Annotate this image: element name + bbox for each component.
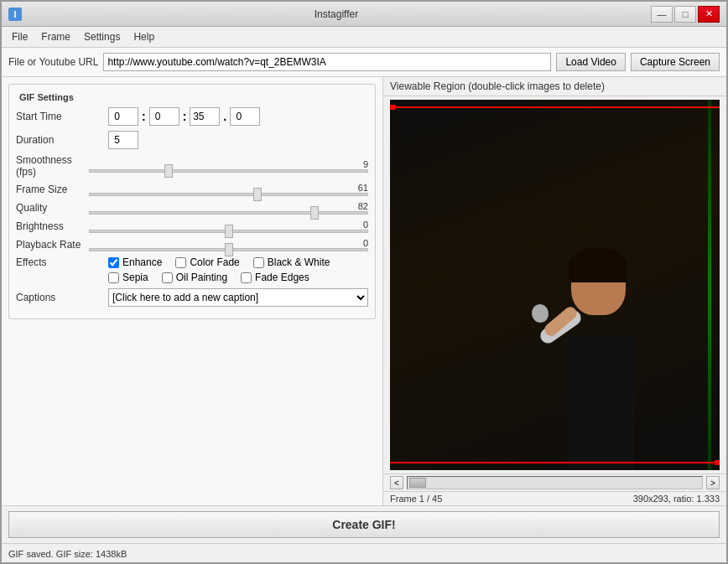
brightness-control: 0	[89, 220, 368, 233]
fade-edges-checkbox-label[interactable]: Fade Edges	[241, 272, 309, 283]
window-controls: — □ ✕	[651, 6, 720, 23]
main-content: GIF Settings Start Time : : . Duration	[2, 77, 726, 505]
playback-rate-control: 0	[89, 238, 368, 251]
fade-edges-label: Fade Edges	[255, 272, 309, 283]
right-panel: Viewable Region (double-click images to …	[383, 77, 726, 505]
red-dot-br	[715, 460, 720, 465]
enhance-checkbox-label[interactable]: Enhance	[108, 256, 162, 268]
menu-help[interactable]: Help	[127, 28, 161, 45]
sepia-checkbox-label[interactable]: Sepia	[108, 272, 148, 283]
create-gif-button[interactable]: Create GIF!	[8, 511, 720, 538]
start-time-minutes[interactable]	[149, 107, 179, 126]
mic-head	[530, 303, 550, 323]
time-sep-2: :	[183, 110, 187, 123]
quality-label: Quality	[16, 202, 89, 214]
playback-rate-row: Playback Rate 0	[16, 238, 368, 251]
start-time-ms[interactable]	[230, 107, 260, 126]
start-time-label: Start Time	[16, 111, 108, 122]
frame-info-bar: Frame 1 / 45 390x293, ratio: 1.333	[383, 491, 726, 505]
capture-screen-button[interactable]: Capture Screen	[631, 53, 720, 71]
brightness-row: Brightness 0	[16, 220, 368, 233]
menu-frame[interactable]: Frame	[34, 28, 77, 45]
app-icon: I	[8, 8, 22, 21]
captions-label: Captions	[16, 292, 108, 303]
scroll-thumb[interactable]	[409, 478, 426, 488]
time-sep-1: :	[142, 110, 146, 123]
start-time-seconds[interactable]	[190, 107, 220, 126]
app-title: Instagiffer	[22, 8, 651, 20]
viewable-region-label: Viewable Region (double-click images to …	[383, 77, 726, 96]
frame-size-slider[interactable]	[89, 193, 368, 196]
create-gif-bar: Create GIF!	[2, 505, 726, 543]
green-light	[708, 100, 711, 470]
frame-left-info: Frame 1 / 45	[390, 494, 442, 504]
playback-rate-label: Playback Rate	[16, 239, 89, 251]
scroll-left-arrow[interactable]: <	[390, 476, 403, 489]
menu-settings[interactable]: Settings	[77, 28, 127, 45]
left-panel: GIF Settings Start Time : : . Duration	[2, 77, 383, 505]
minimize-button[interactable]: —	[651, 6, 673, 23]
quality-slider[interactable]	[89, 211, 368, 215]
body	[567, 336, 634, 470]
effects-row-2: Sepia Oil Painting Fade Edges	[108, 272, 330, 283]
start-time-hours[interactable]	[108, 107, 138, 126]
sepia-checkbox[interactable]	[108, 272, 119, 283]
url-label: File or Youtube URL	[8, 56, 98, 68]
oil-painting-checkbox[interactable]	[162, 272, 173, 283]
start-time-controls: : : .	[108, 107, 260, 126]
duration-input[interactable]	[108, 131, 138, 149]
frame-size-row: Frame Size 61	[16, 183, 368, 196]
time-dot: .	[223, 110, 226, 123]
video-area[interactable]	[390, 100, 720, 470]
start-time-row: Start Time : : .	[16, 107, 368, 126]
close-button[interactable]: ✕	[698, 6, 720, 23]
black-white-checkbox-label[interactable]: Black & White	[253, 256, 330, 268]
caption-select[interactable]: [Click here to add a new caption]	[108, 288, 368, 307]
effects-label: Effects	[16, 256, 108, 268]
duration-row: Duration	[16, 131, 368, 149]
menu-bar: File Frame Settings Help	[2, 27, 726, 48]
scroll-right-arrow[interactable]: >	[706, 476, 720, 489]
frame-size-label: Frame Size	[16, 184, 89, 195]
url-bar: File or Youtube URL Load Video Capture S…	[2, 48, 726, 77]
effects-section: Enhance Color Fade Black & White	[108, 256, 330, 283]
video-frame	[390, 100, 720, 470]
smoothness-control: 9	[89, 159, 368, 173]
smoothness-row: Smoothness (fps) 9	[16, 154, 368, 178]
red-border-bottom	[390, 462, 720, 463]
hair	[569, 247, 627, 282]
gif-settings-label: GIF Settings	[16, 92, 77, 102]
captions-control: [Click here to add a new caption]	[108, 288, 368, 307]
smoothness-slider[interactable]	[89, 169, 368, 173]
scroll-track[interactable]	[407, 476, 703, 489]
fade-edges-checkbox[interactable]	[241, 272, 252, 283]
url-input[interactable]	[103, 53, 551, 71]
smoothness-label: Smoothness (fps)	[16, 154, 89, 178]
black-white-checkbox[interactable]	[253, 257, 264, 268]
restore-button[interactable]: □	[674, 6, 696, 23]
menu-file[interactable]: File	[5, 28, 34, 45]
brightness-label: Brightness	[16, 220, 89, 232]
performer	[525, 235, 676, 470]
brightness-slider[interactable]	[89, 230, 368, 233]
status-text: GIF saved. GIF size: 1438kB	[8, 549, 127, 559]
enhance-checkbox[interactable]	[108, 257, 119, 268]
color-fade-label: Color Fade	[190, 256, 239, 268]
oil-painting-checkbox-label[interactable]: Oil Painting	[162, 272, 227, 283]
oil-painting-label: Oil Painting	[176, 272, 227, 283]
playback-rate-slider[interactable]	[89, 248, 368, 251]
title-bar: I Instagiffer — □ ✕	[2, 2, 726, 27]
status-bar: GIF saved. GIF size: 1438kB	[2, 543, 726, 563]
gif-settings-group: GIF Settings Start Time : : . Duration	[8, 84, 376, 319]
load-video-button[interactable]: Load Video	[556, 53, 626, 71]
color-fade-checkbox[interactable]	[175, 257, 186, 268]
duration-label: Duration	[16, 134, 108, 146]
frame-right-info: 390x293, ratio: 1.333	[633, 494, 720, 504]
red-border-top	[390, 106, 720, 108]
quality-control: 82	[89, 201, 368, 215]
color-fade-checkbox-label[interactable]: Color Fade	[175, 256, 239, 268]
effects-row: Effects Enhance Color Fade B	[16, 256, 368, 283]
scrollbar-area: < >	[383, 473, 726, 491]
red-dot-tl	[390, 105, 395, 110]
quality-row: Quality 82	[16, 201, 368, 215]
